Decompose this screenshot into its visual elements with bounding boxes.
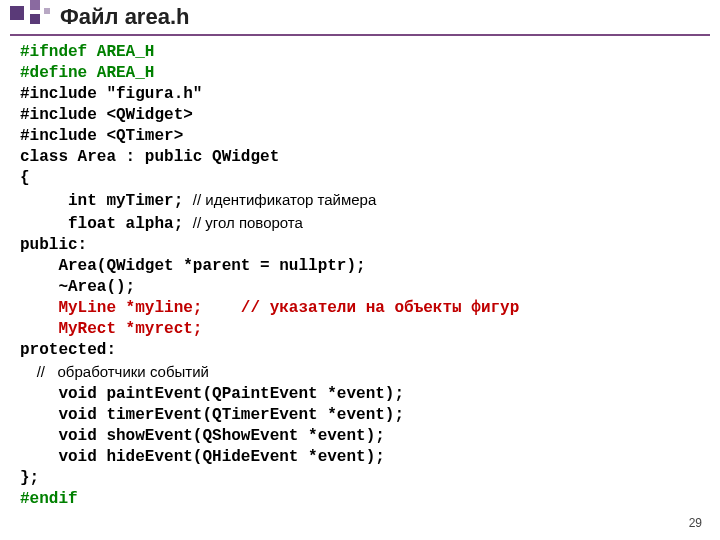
code-line: #include <QWidget> — [20, 106, 193, 124]
code-line: void paintEvent(QPaintEvent *event); — [20, 385, 404, 403]
code-comment: // угол поворота — [193, 214, 303, 231]
code-line: #ifndef AREA_H — [20, 43, 154, 61]
code-line: #define AREA_H — [20, 64, 154, 82]
code-line: #endif — [20, 490, 78, 508]
code-line: ~Area(); — [20, 278, 135, 296]
corner-decoration — [0, 0, 58, 36]
code-comment: // идентификатор таймера — [193, 191, 376, 208]
code-line: { — [20, 169, 30, 187]
code-line: public: — [20, 236, 87, 254]
code-line: #include <QTimer> — [20, 127, 183, 145]
code-line: float alpha; — [20, 215, 193, 233]
code-line: Area(QWidget *parent = nullptr); — [20, 257, 366, 275]
code-line: void hideEvent(QHideEvent *event); — [20, 448, 385, 466]
slide-title: Файл area.h — [60, 4, 189, 30]
code-line: protected: — [20, 341, 116, 359]
code-line: int myTimer; — [20, 192, 193, 210]
code-line: void showEvent(QShowEvent *event); — [20, 427, 385, 445]
title-underline — [10, 34, 710, 36]
code-line: }; — [20, 469, 39, 487]
code-line: #include "figura.h" — [20, 85, 202, 103]
code-line: MyRect *myrect; — [20, 320, 202, 338]
code-line: MyLine *myline; // указатели на объекты … — [20, 299, 519, 317]
page-number: 29 — [689, 516, 702, 530]
code-line: void timerEvent(QTimerEvent *event); — [20, 406, 404, 424]
code-line: class Area : public QWidget — [20, 148, 279, 166]
code-block: #ifndef AREA_H #define AREA_H #include "… — [20, 42, 700, 510]
code-comment: // обработчики событий — [20, 363, 209, 380]
